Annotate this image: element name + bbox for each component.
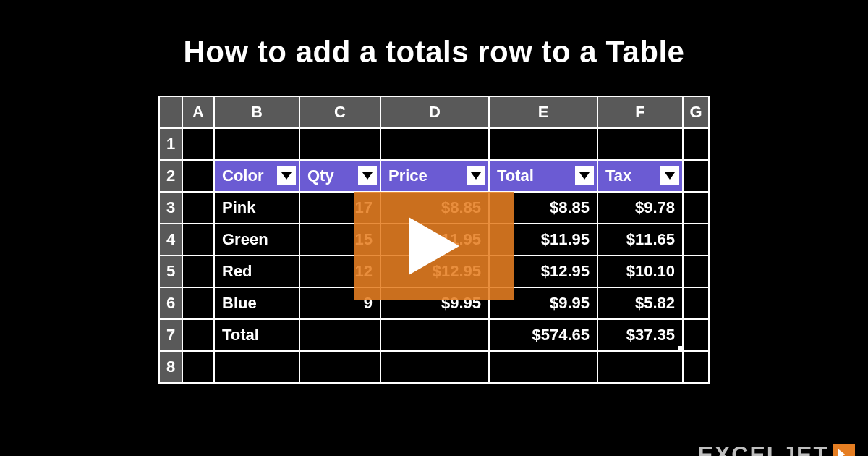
- table-header-total[interactable]: Total: [489, 160, 597, 192]
- select-all-corner[interactable]: [159, 96, 182, 128]
- row-header-7[interactable]: 7: [159, 319, 182, 351]
- row-header-5[interactable]: 5: [159, 256, 182, 287]
- row-1: 1: [159, 128, 709, 160]
- chevron-down-icon: [471, 172, 481, 180]
- svg-marker-0: [281, 172, 292, 180]
- cell-A8[interactable]: [182, 351, 214, 383]
- row-header-1[interactable]: 1: [159, 128, 182, 160]
- cell-A5[interactable]: [182, 256, 214, 287]
- cell-F4[interactable]: $11.65: [597, 224, 683, 256]
- cell-F3[interactable]: $9.78: [597, 192, 683, 224]
- cell-G5[interactable]: [683, 256, 709, 287]
- cell-G1[interactable]: [683, 128, 709, 160]
- svg-marker-5: [409, 217, 459, 275]
- row-header-3[interactable]: 3: [159, 192, 182, 224]
- col-header-E[interactable]: E: [489, 96, 597, 128]
- cell-B6[interactable]: Blue: [214, 287, 299, 319]
- cell-F8[interactable]: [597, 351, 683, 383]
- col-header-C[interactable]: C: [299, 96, 380, 128]
- play-icon: [409, 217, 459, 275]
- cell-G2[interactable]: [683, 160, 709, 192]
- cell-F1[interactable]: [597, 128, 683, 160]
- table-header-qty-label: Qty: [307, 166, 334, 185]
- cell-A6[interactable]: [182, 287, 214, 319]
- play-button[interactable]: [354, 192, 514, 300]
- cell-E8[interactable]: [489, 351, 597, 383]
- filter-button-total[interactable]: [575, 166, 594, 185]
- row-header-6[interactable]: 6: [159, 287, 182, 319]
- filter-button-price[interactable]: [467, 166, 485, 185]
- table-header-price-label: Price: [388, 166, 427, 185]
- cell-G8[interactable]: [683, 351, 709, 383]
- cell-F7-value: $37.35: [626, 326, 675, 344]
- cell-B3[interactable]: Pink: [214, 192, 299, 224]
- chevron-down-icon: [579, 172, 590, 180]
- row-header-8[interactable]: 8: [159, 351, 182, 383]
- cell-G3[interactable]: [683, 192, 709, 224]
- cell-G4[interactable]: [683, 224, 709, 256]
- page-title: How to add a totals row to a Table: [0, 0, 868, 96]
- cell-A2[interactable]: [182, 160, 214, 192]
- col-header-G[interactable]: G: [683, 96, 709, 128]
- filter-button-tax[interactable]: [660, 166, 679, 185]
- col-header-D[interactable]: D: [380, 96, 489, 128]
- cell-D7[interactable]: [380, 319, 489, 351]
- row-header-2[interactable]: 2: [159, 160, 182, 192]
- cell-A3[interactable]: [182, 192, 214, 224]
- cell-C1[interactable]: [299, 128, 380, 160]
- cell-B1[interactable]: [214, 128, 299, 160]
- svg-marker-3: [579, 172, 590, 180]
- table-header-qty[interactable]: Qty: [299, 160, 380, 192]
- table-header-total-label: Total: [497, 166, 534, 185]
- chevron-down-icon: [362, 172, 373, 180]
- row-8: 8: [159, 351, 709, 383]
- row-7-totals: 7 Total $574.65 $37.35: [159, 319, 709, 351]
- cell-B7[interactable]: Total: [214, 319, 299, 351]
- cell-C8[interactable]: [299, 351, 380, 383]
- table-header-price[interactable]: Price: [380, 160, 489, 192]
- col-header-B[interactable]: B: [214, 96, 299, 128]
- cell-E1[interactable]: [489, 128, 597, 160]
- svg-marker-1: [362, 172, 373, 180]
- cell-G7[interactable]: [683, 319, 709, 351]
- table-header-tax[interactable]: Tax: [597, 160, 683, 192]
- cell-G6[interactable]: [683, 287, 709, 319]
- watermark-play-icon: [833, 444, 855, 456]
- selection-handle[interactable]: [678, 346, 684, 352]
- col-header-A[interactable]: A: [182, 96, 214, 128]
- chevron-down-icon: [281, 172, 292, 180]
- cell-F7[interactable]: $37.35: [597, 319, 683, 351]
- chevron-down-icon: [665, 172, 675, 180]
- filter-button-color[interactable]: [277, 166, 296, 185]
- table-header-color[interactable]: Color: [214, 160, 299, 192]
- watermark-text: EXCELJET: [698, 442, 829, 456]
- col-header-F[interactable]: F: [597, 96, 683, 128]
- watermark-logo: EXCELJET: [698, 442, 855, 456]
- table-header-color-label: Color: [222, 166, 263, 185]
- row-header-4[interactable]: 4: [159, 224, 182, 256]
- row-2: 2 Color Qty Price Total: [159, 160, 709, 192]
- svg-marker-2: [471, 172, 481, 180]
- table-header-tax-label: Tax: [605, 166, 631, 185]
- svg-marker-4: [665, 172, 675, 180]
- cell-D1[interactable]: [380, 128, 489, 160]
- cell-F6[interactable]: $5.82: [597, 287, 683, 319]
- cell-B5[interactable]: Red: [214, 256, 299, 287]
- cell-C7[interactable]: [299, 319, 380, 351]
- cell-B8[interactable]: [214, 351, 299, 383]
- column-header-row: A B C D E F G: [159, 96, 709, 128]
- cell-A4[interactable]: [182, 224, 214, 256]
- cell-F5[interactable]: $10.10: [597, 256, 683, 287]
- cell-E7[interactable]: $574.65: [489, 319, 597, 351]
- cell-D8[interactable]: [380, 351, 489, 383]
- filter-button-qty[interactable]: [358, 166, 377, 185]
- cell-A7[interactable]: [182, 319, 214, 351]
- cell-A1[interactable]: [182, 128, 214, 160]
- cell-B4[interactable]: Green: [214, 224, 299, 256]
